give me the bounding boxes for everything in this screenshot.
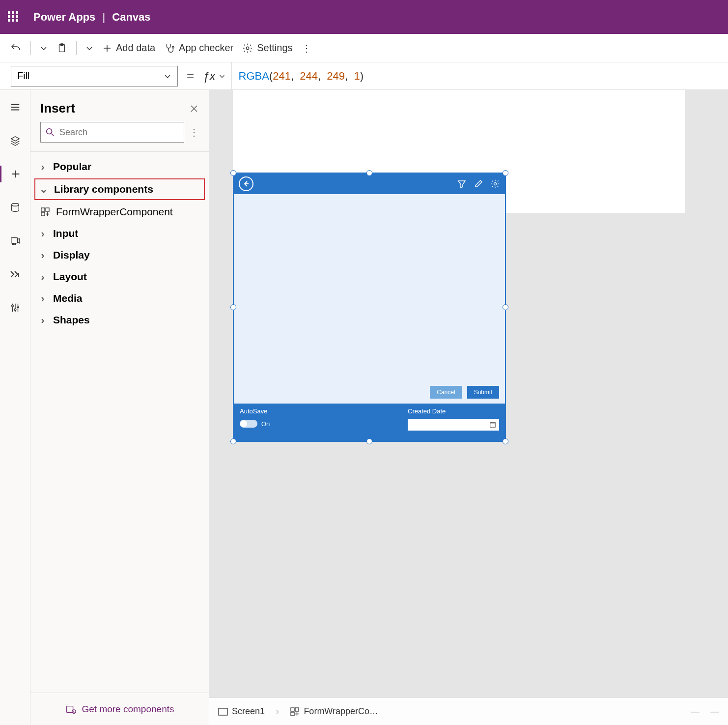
- toolbar-sep: [76, 41, 77, 55]
- flows-button[interactable]: [0, 266, 30, 283]
- resize-handle[interactable]: [503, 170, 508, 176]
- edit-button[interactable]: [474, 179, 483, 189]
- autosave-toggle[interactable]: On: [240, 420, 396, 428]
- command-bar: Add data App checker Settings ⋮: [0, 34, 728, 62]
- insert-panel: Insert ⋮ › Popular ⌄ Library components: [30, 90, 209, 725]
- fx-button[interactable]: ƒx: [203, 69, 225, 83]
- zoom-out-button[interactable]: —: [691, 706, 700, 717]
- data-button[interactable]: [0, 199, 30, 216]
- created-date-input[interactable]: [408, 419, 499, 431]
- category-label: Display: [53, 249, 90, 261]
- created-date-label: Created Date: [408, 407, 499, 415]
- panel-more-button[interactable]: ⋮: [189, 126, 199, 138]
- close-panel-button[interactable]: [189, 104, 199, 114]
- add-data-button[interactable]: Add data: [102, 42, 155, 54]
- hamburger-button[interactable]: [0, 99, 30, 116]
- resize-handle[interactable]: [366, 170, 372, 176]
- svg-point-9: [14, 309, 16, 311]
- category-media[interactable]: › Media: [30, 288, 209, 309]
- app-checker-label: App checker: [179, 42, 233, 54]
- breadcrumb-label: FormWrapperCo…: [304, 706, 378, 717]
- paste-menu[interactable]: [85, 44, 93, 52]
- resize-handle[interactable]: [230, 304, 236, 310]
- category-layout[interactable]: › Layout: [30, 266, 209, 288]
- autosave-label: AutoSave: [240, 407, 396, 415]
- tree-view-button[interactable]: [0, 132, 30, 149]
- database-icon: [10, 202, 21, 213]
- fx-icon: ƒx: [203, 69, 215, 83]
- media-button[interactable]: [0, 232, 30, 249]
- pencil-icon: [474, 179, 483, 189]
- svg-rect-14: [41, 212, 45, 216]
- component-icon: [40, 207, 50, 217]
- breadcrumb-component[interactable]: FormWrapperCo…: [290, 706, 378, 717]
- clipboard-icon: [56, 43, 67, 54]
- tools-button[interactable]: [0, 299, 30, 316]
- resize-handle[interactable]: [366, 438, 372, 444]
- plus-icon: [102, 43, 112, 53]
- search-input[interactable]: [59, 127, 179, 138]
- chevron-right-icon: ›: [38, 249, 47, 261]
- svg-rect-12: [41, 208, 45, 211]
- formula-arg: 249: [327, 70, 345, 83]
- flows-icon: [9, 268, 21, 280]
- selected-component[interactable]: Cancel Submit AutoSave On Created Date: [233, 173, 506, 442]
- svg-point-4: [11, 203, 19, 206]
- plus-icon: [10, 169, 21, 179]
- resize-handle[interactable]: [230, 438, 236, 444]
- search-input-wrapper[interactable]: [40, 122, 184, 143]
- component-icon: [290, 707, 300, 717]
- resize-handle[interactable]: [503, 304, 508, 310]
- close-icon: [189, 104, 199, 114]
- formula-arg: 241: [273, 70, 291, 83]
- formula-bar: Fill = ƒx RGBA(241, 244, 249, 1): [0, 62, 728, 90]
- sliders-icon: [10, 302, 21, 313]
- submit-button[interactable]: Submit: [467, 386, 499, 399]
- back-button[interactable]: [239, 176, 253, 191]
- svg-point-10: [17, 306, 19, 308]
- chevron-right-icon: ›: [38, 161, 47, 173]
- app-title: Power Apps | Canvas: [33, 11, 151, 24]
- category-popular[interactable]: › Popular: [30, 156, 209, 177]
- canvas-area: Cancel Submit AutoSave On Created Date: [209, 90, 728, 725]
- category-label: Library components: [54, 183, 153, 195]
- media-icon: [10, 235, 21, 246]
- undo-button[interactable]: [10, 42, 22, 54]
- property-selector[interactable]: Fill: [11, 66, 178, 87]
- property-name: Fill: [17, 70, 30, 82]
- category-input[interactable]: › Input: [30, 223, 209, 244]
- svg-point-11: [47, 129, 52, 134]
- paste-button[interactable]: [56, 43, 67, 54]
- import-icon: [65, 704, 76, 715]
- canvas[interactable]: Cancel Submit AutoSave On Created Date: [209, 90, 728, 697]
- category-display[interactable]: › Display: [30, 244, 209, 266]
- app-context: Canvas: [112, 11, 150, 23]
- waffle-icon[interactable]: [8, 11, 20, 23]
- undo-icon: [10, 42, 22, 54]
- formula-input[interactable]: RGBA(241, 244, 249, 1): [231, 62, 717, 89]
- svg-rect-20: [291, 708, 294, 711]
- settings-button[interactable]: Settings: [242, 42, 292, 54]
- component-formwrapper[interactable]: FormWrapperComponent: [30, 201, 209, 223]
- insert-button[interactable]: [0, 166, 30, 182]
- cancel-button[interactable]: Cancel: [430, 386, 462, 399]
- formula-function: RGBA: [239, 70, 269, 83]
- search-icon: [46, 128, 55, 137]
- svg-rect-19: [219, 708, 227, 715]
- hamburger-icon: [10, 102, 21, 113]
- stethoscope-icon: [164, 43, 175, 54]
- resize-handle[interactable]: [503, 438, 508, 444]
- app-checker-button[interactable]: App checker: [164, 42, 233, 54]
- toolbar-overflow[interactable]: ⋮: [302, 42, 311, 54]
- resize-handle[interactable]: [230, 170, 236, 176]
- filter-button[interactable]: [457, 179, 467, 189]
- category-shapes[interactable]: › Shapes: [30, 309, 209, 331]
- svg-rect-18: [490, 423, 496, 428]
- undo-menu[interactable]: [40, 44, 48, 52]
- get-more-label: Get more components: [82, 704, 174, 715]
- get-more-components-button[interactable]: Get more components: [30, 693, 209, 725]
- component-settings-button[interactable]: [490, 179, 500, 189]
- breadcrumb-sep: ›: [276, 705, 279, 718]
- breadcrumb-screen[interactable]: Screen1: [218, 706, 265, 717]
- category-library-components[interactable]: ⌄ Library components: [34, 178, 205, 200]
